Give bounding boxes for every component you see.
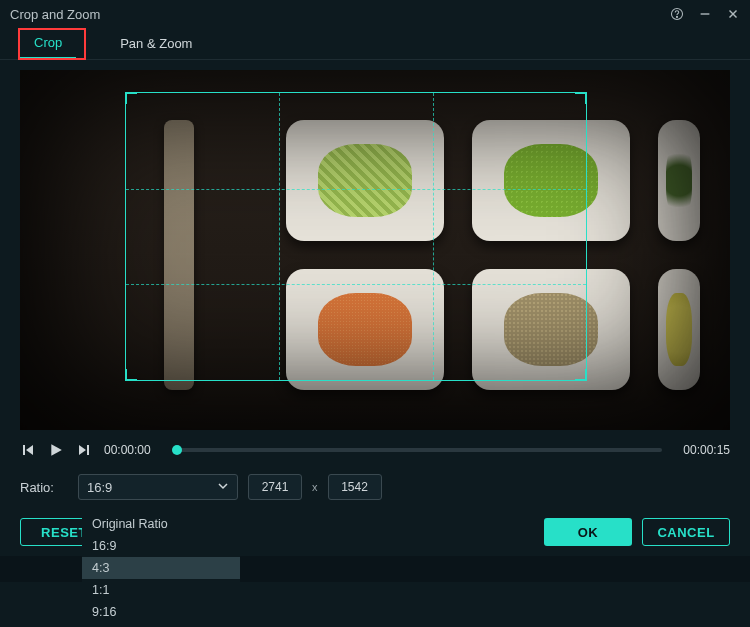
ratio-option[interactable]: 4:3 <box>82 557 240 579</box>
svg-marker-8 <box>79 445 86 455</box>
bowl-2 <box>472 120 630 241</box>
ok-button[interactable]: OK <box>544 518 632 546</box>
chevron-down-icon <box>217 480 229 495</box>
cancel-button[interactable]: CANCEL <box>642 518 730 546</box>
ratio-selected: 16:9 <box>87 480 112 495</box>
width-field[interactable] <box>248 474 302 500</box>
ratio-dropdown[interactable]: 16:9 <box>78 474 238 500</box>
prev-frame-icon[interactable] <box>20 442 36 458</box>
tab-pan-zoom[interactable]: Pan & Zoom <box>106 28 206 59</box>
ratio-option[interactable]: 1:1 <box>82 579 240 601</box>
tab-bar: Crop Pan & Zoom <box>0 28 750 60</box>
video-preview[interactable] <box>20 70 730 430</box>
svg-marker-7 <box>51 444 62 456</box>
bowl-5 <box>472 269 630 390</box>
close-icon[interactable] <box>726 7 740 21</box>
minimize-icon[interactable] <box>698 7 712 21</box>
ratio-option[interactable]: Custom <box>82 623 240 627</box>
playback-bar: 00:00:00 00:00:15 <box>0 430 750 466</box>
title-bar: Crop and Zoom <box>0 0 750 28</box>
ratio-label: Ratio: <box>20 480 68 495</box>
bowl-3 <box>658 120 700 241</box>
seek-bar[interactable] <box>172 448 662 452</box>
svg-point-1 <box>676 16 677 17</box>
bowl-1 <box>286 120 444 241</box>
svg-rect-9 <box>87 445 89 455</box>
help-icon[interactable] <box>670 7 684 21</box>
height-field[interactable] <box>328 474 382 500</box>
bowl-6 <box>658 269 700 390</box>
svg-marker-6 <box>26 445 33 455</box>
svg-rect-5 <box>23 445 25 455</box>
time-duration: 00:00:15 <box>674 443 730 457</box>
time-current: 00:00:00 <box>104 443 160 457</box>
ratio-option[interactable]: Original Ratio <box>82 513 240 535</box>
ratio-dropdown-list[interactable]: Original Ratio16:94:31:19:16Custom <box>82 513 240 627</box>
window-title: Crop and Zoom <box>10 7 670 22</box>
ratio-option[interactable]: 9:16 <box>82 601 240 623</box>
ratio-option[interactable]: 16:9 <box>82 535 240 557</box>
tab-crop[interactable]: Crop <box>20 28 76 59</box>
play-icon[interactable] <box>48 442 64 458</box>
x-separator: x <box>312 481 318 493</box>
grater <box>164 120 194 390</box>
seek-handle[interactable] <box>172 445 182 455</box>
bowl-4 <box>286 269 444 390</box>
next-frame-icon[interactable] <box>76 442 92 458</box>
ratio-row: Ratio: 16:9 x <box>0 466 750 508</box>
video-content <box>20 70 730 430</box>
